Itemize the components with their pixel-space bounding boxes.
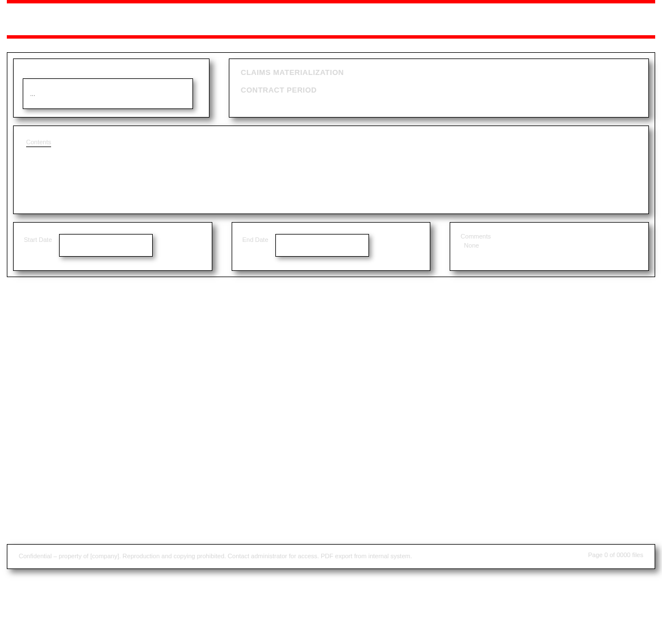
date-to-panel: End Date (232, 222, 431, 271)
red-bar-second (7, 35, 655, 39)
top-row: CLAIMS MATERIALIZATION CONTRACT PERIOD (13, 58, 649, 118)
date-to-input[interactable] (275, 234, 369, 257)
red-bar-top (7, 0, 655, 3)
title-line-2: CONTRACT PERIOD (241, 86, 637, 94)
status-panel: Comments None (450, 222, 649, 271)
content-heading: Contents (26, 139, 51, 147)
date-from-panel: Start Date (13, 222, 212, 271)
search-input[interactable] (23, 78, 193, 109)
status-label: Comments (460, 233, 638, 240)
footer-right-text: Page 0 of 0000 files (588, 551, 643, 558)
title-panel: CLAIMS MATERIALIZATION CONTRACT PERIOD (229, 58, 649, 118)
status-value: None (464, 242, 638, 249)
footer-panel: Confidential – property of [company]. Re… (7, 544, 655, 569)
title-line-1: CLAIMS MATERIALIZATION (241, 68, 637, 77)
bottom-row: Start Date End Date Comments None (13, 222, 649, 271)
main-frame: CLAIMS MATERIALIZATION CONTRACT PERIOD C… (7, 52, 655, 277)
footer-left-text: Confidential – property of [company]. Re… (19, 551, 412, 562)
date-to-label: End Date (242, 234, 269, 243)
date-from-label: Start Date (24, 234, 52, 243)
date-from-input[interactable] (59, 234, 153, 257)
content-panel: Contents (13, 126, 649, 214)
search-panel (13, 58, 210, 118)
